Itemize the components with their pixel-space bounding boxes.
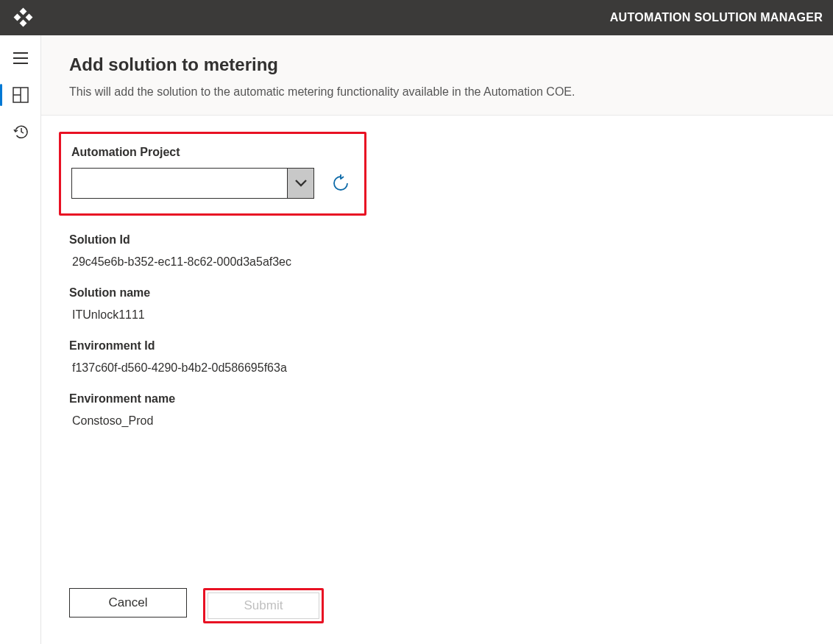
sidebar-item-dashboard[interactable] (4, 79, 37, 110)
solution-id-value: 29c45e6b-b352-ec11-8c62-000d3a5af3ec (72, 255, 805, 269)
solution-name-value: ITUnlock1111 (72, 308, 805, 322)
sidebar (0, 35, 41, 644)
automation-project-label: Automation Project (71, 146, 354, 159)
sidebar-item-history[interactable] (4, 116, 37, 147)
button-row: Cancel Submit (69, 566, 805, 623)
svg-rect-0 (20, 8, 27, 15)
environment-name-label: Environment name (69, 392, 805, 406)
svg-rect-2 (26, 14, 33, 21)
chevron-down-icon (287, 169, 313, 198)
refresh-icon (332, 174, 350, 192)
hamburger-menu-button[interactable] (4, 43, 37, 74)
history-icon (13, 124, 29, 140)
app-header: AUTOMATION SOLUTION MANAGER (0, 0, 833, 35)
automation-project-value (72, 169, 287, 198)
environment-id-value: f137c60f-d560-4290-b4b2-0d586695f63a (72, 361, 805, 375)
hamburger-icon (13, 52, 29, 65)
automation-project-section: Automation Project (59, 132, 366, 216)
grid-layout-icon (13, 87, 29, 103)
environment-id-label: Environment Id (69, 339, 805, 353)
submit-button[interactable]: Submit (208, 592, 319, 619)
app-logo (10, 7, 37, 28)
svg-rect-3 (20, 20, 27, 27)
page-header: Add solution to metering This will add t… (41, 35, 833, 116)
app-title: AUTOMATION SOLUTION MANAGER (610, 11, 823, 24)
form-area: Automation Project (41, 116, 833, 644)
page-title: Add solution to metering (69, 54, 805, 75)
refresh-button[interactable] (330, 173, 351, 194)
cancel-button[interactable]: Cancel (69, 588, 187, 618)
submit-button-highlight: Submit (203, 588, 324, 623)
automation-project-select[interactable] (71, 168, 314, 199)
solution-name-label: Solution name (69, 286, 805, 300)
main-content: Add solution to metering This will add t… (41, 35, 833, 644)
solution-id-label: Solution Id (69, 233, 805, 247)
page-description: This will add the solution to the automa… (69, 85, 805, 99)
environment-name-value: Constoso_Prod (72, 414, 805, 428)
svg-rect-1 (14, 14, 21, 21)
